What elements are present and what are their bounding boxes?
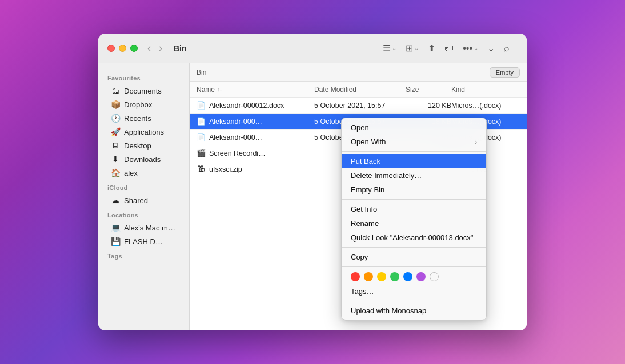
- col-header-size: Size: [406, 86, 451, 94]
- grid-view-button[interactable]: ⊞ ⌄: [402, 41, 422, 56]
- ctx-upload-monosnap[interactable]: Upload with Monosnap: [342, 304, 486, 318]
- ctx-tags-row: [342, 269, 486, 284]
- ctx-get-info[interactable]: Get Info: [342, 202, 486, 216]
- sidebar-item-dropbox[interactable]: 📦 Dropbox: [102, 98, 186, 111]
- ctx-divider: [342, 301, 486, 301]
- tag-dot-orange[interactable]: [364, 272, 373, 281]
- tag-dot-blue[interactable]: [403, 272, 412, 281]
- toolbar-actions: ☰ ⌄ ⊞ ⌄ ⬆ 🏷 ••• ⌄ ⌄ ⌕: [379, 41, 518, 56]
- dropbox-icon: 📦: [111, 100, 120, 109]
- sidebar-item-shared[interactable]: ☁ Shared: [102, 193, 186, 207]
- more-button[interactable]: ••• ⌄: [459, 41, 482, 56]
- ctx-rename[interactable]: Rename: [342, 216, 486, 230]
- sidebar-item-label-recents: Recents: [124, 114, 151, 123]
- search-icon: ⌕: [504, 43, 510, 54]
- sidebar-item-recents[interactable]: 🕐 Recents: [102, 111, 186, 125]
- ctx-divider: [342, 247, 486, 248]
- sidebar-item-label-alexmac: Alex's Mac m…: [124, 224, 175, 232]
- col-header-kind: Kind: [451, 86, 520, 94]
- traffic-lights: [107, 45, 138, 52]
- tag-dot-purple[interactable]: [416, 272, 426, 281]
- file-date: 5 October 2021, 15:57: [314, 102, 406, 110]
- ctx-tags[interactable]: Tags…: [342, 284, 486, 298]
- search-button[interactable]: ⌕: [500, 41, 513, 56]
- sidebar-item-label-downloads: Downloads: [124, 155, 161, 164]
- ctx-open[interactable]: Open: [342, 120, 486, 135]
- tag-dot-empty[interactable]: [430, 272, 439, 281]
- window-title: Bin: [174, 44, 187, 53]
- sidebar-item-alex[interactable]: 🏠 alex: [102, 166, 186, 180]
- recents-icon: 🕐: [111, 114, 120, 123]
- sidebar-item-desktop[interactable]: 🖥 Desktop: [102, 139, 186, 152]
- desktop-icon: 🖥: [111, 141, 120, 150]
- sidebar-item-label-applications: Applications: [124, 128, 164, 136]
- tag-dot-red[interactable]: [351, 272, 360, 281]
- list-view-button[interactable]: ☰ ⌄: [379, 41, 400, 56]
- ctx-divider: [342, 199, 486, 200]
- documents-icon: 🗂: [111, 86, 120, 95]
- sidebar-item-applications[interactable]: 🚀 Applications: [102, 125, 186, 139]
- file-icon: 📄: [197, 117, 206, 126]
- empty-button[interactable]: Empty: [490, 67, 520, 78]
- back-button[interactable]: ‹: [145, 41, 153, 55]
- table-row[interactable]: 📄 Aleksandr-000012.docx 5 October 2021, …: [190, 98, 527, 114]
- file-size: 120 KB: [406, 102, 451, 110]
- ctx-delete-immediately[interactable]: Delete Immediately…: [342, 168, 486, 183]
- file-name: ufsxsci.zip: [209, 165, 242, 173]
- more-caret: ⌄: [474, 45, 478, 51]
- share-icon: ⬆: [428, 43, 435, 54]
- tag-dot-yellow[interactable]: [377, 272, 386, 281]
- sidebar-item-alexmac[interactable]: 💻 Alex's Mac m…: [102, 221, 186, 234]
- more-icon: •••: [463, 43, 472, 54]
- shared-icon: ☁: [111, 196, 120, 205]
- sidebar-favourites-label: Favourites: [98, 70, 189, 84]
- ctx-put-back[interactable]: Put Back: [342, 154, 486, 168]
- close-button[interactable]: [107, 45, 115, 52]
- sidebar-locations-label: Locations: [98, 207, 189, 221]
- downloads-icon: ⬇: [111, 155, 120, 164]
- col-header-date: Date Modified: [314, 86, 406, 94]
- file-name: Aleksandr-000…: [209, 134, 262, 141]
- file-kind: Micros…(.docx): [451, 102, 520, 110]
- file-name-cell: 📄 Aleksandr-000…: [197, 133, 314, 142]
- sidebar-item-flash[interactable]: 💾 FLASH D…: [102, 234, 186, 248]
- list-view-caret: ⌄: [392, 45, 396, 51]
- ctx-divider: [342, 151, 486, 152]
- ctx-divider: [342, 266, 486, 267]
- chevron-button[interactable]: ⌄: [484, 41, 498, 56]
- file-name-cell: 🎬 Screen Recordi…: [197, 149, 314, 158]
- sidebar-item-label-documents: Documents: [124, 87, 162, 95]
- sidebar-item-documents[interactable]: 🗂 Documents: [102, 84, 186, 98]
- ctx-open-with[interactable]: Open With ›: [342, 135, 486, 149]
- sidebar-item-label-dropbox: Dropbox: [124, 100, 152, 109]
- file-icon: 🎬: [197, 149, 206, 158]
- ctx-copy[interactable]: Copy: [342, 250, 486, 264]
- finder-window: ‹ › Bin ☰ ⌄ ⊞ ⌄ ⬆ 🏷 ••• ⌄: [98, 34, 527, 330]
- titlebar: ‹ › Bin ☰ ⌄ ⊞ ⌄ ⬆ 🏷 ••• ⌄: [98, 34, 527, 63]
- file-icon: 🗜: [197, 165, 206, 174]
- sidebar-item-label-desktop: Desktop: [124, 141, 151, 150]
- context-menu: Open Open With › Put Back Delete Immedia…: [341, 118, 487, 321]
- nav-buttons: ‹ ›: [138, 41, 171, 55]
- ctx-empty-bin[interactable]: Empty Bin: [342, 183, 486, 197]
- maximize-button[interactable]: [130, 45, 138, 52]
- sidebar-item-downloads[interactable]: ⬇ Downloads: [102, 152, 186, 166]
- forward-button[interactable]: ›: [157, 41, 165, 55]
- tag-dot-green[interactable]: [390, 272, 399, 281]
- chevron-icon: ⌄: [487, 43, 495, 54]
- minimize-button[interactable]: [119, 45, 126, 52]
- file-icon: 📄: [197, 133, 206, 142]
- main-area: Favourites 🗂 Documents 📦 Dropbox 🕐 Recen…: [98, 63, 527, 330]
- sort-indicator: ↑↓: [217, 87, 222, 92]
- sidebar-item-label-shared: Shared: [124, 196, 148, 205]
- tag-icon: 🏷: [444, 43, 454, 54]
- tag-button[interactable]: 🏷: [441, 41, 457, 56]
- ctx-quick-look[interactable]: Quick Look "Aleksandr-000013.docx": [342, 230, 486, 245]
- table-header: Name ↑↓ Date Modified Size Kind: [190, 82, 527, 98]
- sidebar-tags-label: Tags: [98, 248, 189, 262]
- share-button[interactable]: ⬆: [424, 41, 439, 56]
- sidebar-icloud-label: iCloud: [98, 180, 189, 193]
- content-area: Bin Empty Name ↑↓ Date Modified Size: [190, 63, 527, 330]
- open-with-arrow: ›: [475, 138, 477, 146]
- file-name: Aleksandr-000012.docx: [209, 102, 284, 110]
